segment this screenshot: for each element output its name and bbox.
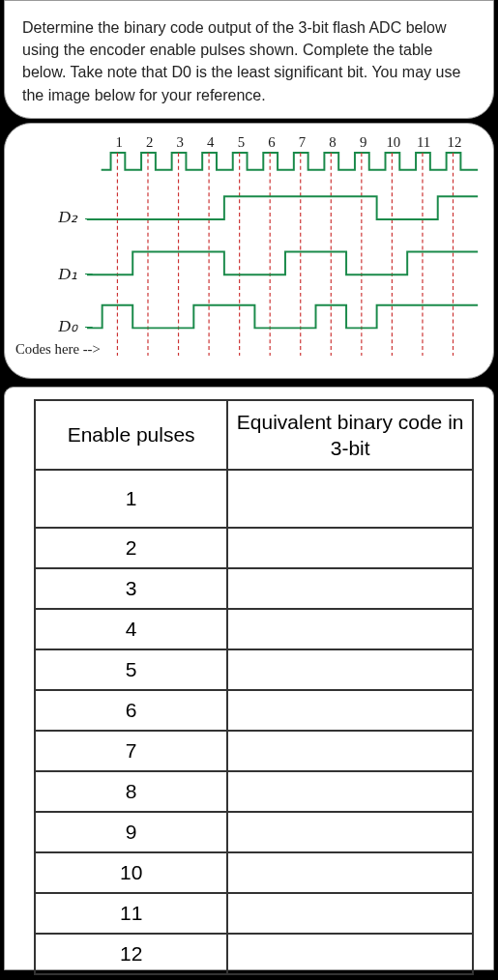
d0-wave — [87, 304, 478, 328]
table-row: 12 — [35, 934, 473, 974]
table-row: 8 — [35, 771, 473, 812]
svg-text:–: – — [85, 211, 93, 225]
svg-text:8: 8 — [329, 134, 336, 150]
header-enable-pulses: Enable pulses — [35, 400, 227, 471]
question-text: Determine the binary code output of the … — [22, 16, 476, 106]
table-row: 1 — [35, 470, 473, 528]
svg-text:2: 2 — [146, 134, 153, 150]
svg-text:11: 11 — [417, 134, 430, 150]
axis-numbers: 1 2 3 4 5 6 7 8 9 10 11 12 — [115, 134, 461, 150]
svg-text:6: 6 — [268, 134, 275, 150]
svg-text:9: 9 — [360, 134, 366, 150]
answer-table: Enable pulses Equivalent binary code in … — [34, 399, 474, 976]
svg-text:4: 4 — [207, 134, 215, 150]
table-row: 10 — [35, 852, 473, 893]
label-d1: D₁ — [57, 264, 77, 283]
svg-text:–: – — [85, 266, 93, 280]
svg-text:7: 7 — [299, 134, 306, 150]
header-binary-code: Equivalent binary code in 3-bit — [227, 400, 473, 471]
table-row: 4 — [35, 609, 473, 649]
svg-text:10: 10 — [386, 134, 400, 150]
table-row: 7 — [35, 731, 473, 771]
d2-wave — [87, 196, 478, 219]
table-row: 2 — [35, 528, 473, 568]
timing-svg: 1 2 3 4 5 6 7 8 9 10 11 12 — [11, 131, 487, 370]
svg-text:3: 3 — [177, 134, 184, 150]
timing-diagram: 1 2 3 4 5 6 7 8 9 10 11 12 — [4, 123, 494, 379]
svg-text:12: 12 — [448, 134, 462, 150]
label-d2: D₂ — [57, 207, 78, 226]
table-row: 6 — [35, 690, 473, 731]
table-row: 9 — [35, 812, 473, 852]
question-card: Determine the binary code output of the … — [4, 0, 494, 119]
table-card: Enable pulses Equivalent binary code in … — [4, 387, 494, 970]
codes-here-label: Codes here --> — [15, 341, 101, 357]
svg-text:1: 1 — [115, 134, 122, 150]
table-row: 3 — [35, 568, 473, 609]
label-d0: D₀ — [57, 316, 78, 335]
table-row: 11 — [35, 893, 473, 934]
d1-wave — [87, 251, 478, 274]
svg-text:5: 5 — [238, 134, 245, 150]
clock-pulses — [102, 153, 478, 170]
table-row: 5 — [35, 649, 473, 690]
svg-text:–: – — [85, 319, 93, 333]
